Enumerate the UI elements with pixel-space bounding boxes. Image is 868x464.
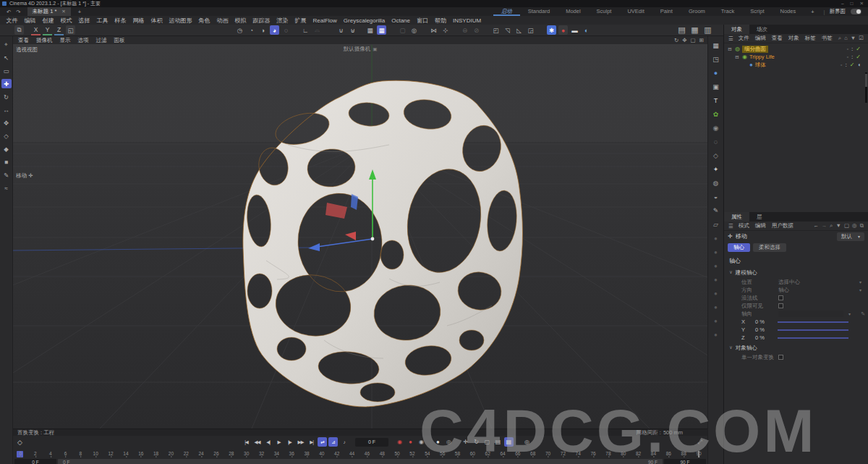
om-menu-3[interactable]: 对象 — [786, 35, 802, 42]
layout-tab-model[interactable]: Model — [558, 7, 588, 16]
record-scale-button[interactable]: ◎ — [444, 437, 454, 447]
palette-slot-icon[interactable]: ● — [710, 247, 721, 257]
attr-menu-2[interactable]: 用户数据 — [769, 222, 796, 229]
close-tab-icon[interactable]: ✕ — [61, 9, 65, 14]
attribute-value[interactable]: 选择中心 — [778, 279, 800, 286]
scale-tool[interactable]: ↔ — [1, 105, 12, 114]
axis-lock-y-button[interactable]: Y — [43, 25, 52, 35]
live-selection-tool[interactable]: ⌖ — [1, 40, 12, 49]
menu-item-2[interactable]: 创建 — [39, 17, 57, 25]
cube-icon[interactable]: ▦ — [710, 41, 721, 51]
attribute-group-header[interactable]: ∨对象轴心 — [724, 342, 868, 353]
workplane-x-icon[interactable]: ◹ — [503, 25, 512, 35]
chevron-down-icon[interactable]: ▾ — [859, 279, 868, 284]
gizmo-center[interactable] — [371, 237, 375, 241]
param-dropdown-area[interactable] — [778, 311, 843, 317]
om-menu-4[interactable]: 标签 — [802, 35, 819, 42]
viewport-menu-0[interactable]: 查看 — [14, 37, 33, 44]
layout-tab-standard[interactable]: Standard — [520, 7, 558, 16]
prev-key-button[interactable]: ◀◀ — [252, 437, 262, 447]
workplane-reset-icon[interactable]: ◲ — [526, 25, 535, 35]
menu-item-21[interactable]: INSYDIUM — [450, 17, 485, 24]
record-rotation-button[interactable]: ✛ — [461, 437, 470, 447]
layout-split-view-icon[interactable]: ▥ — [703, 25, 712, 35]
record-position-button[interactable]: ● — [433, 437, 443, 447]
document-tab[interactable]: 未标题 1 * ✕ — [27, 7, 71, 16]
visibility-dots-icon[interactable]: : — [845, 62, 846, 67]
loop-playback-button[interactable]: ⇄ — [318, 437, 327, 447]
attribute-value[interactable]: 0 % — [755, 334, 774, 341]
object-row[interactable]: ⊟◉Trippy Life▫:✓ — [724, 53, 868, 61]
play-forward-button[interactable]: ▶ — [274, 437, 284, 447]
timeline-ruler[interactable]: 0246810121416182022242628303234363840424… — [13, 451, 707, 458]
move-tool[interactable]: ✚ — [1, 79, 12, 88]
expand-toggle-icon[interactable]: ⊟ — [727, 46, 733, 52]
workplane-icon[interactable]: ◰ — [491, 25, 501, 35]
view-layout-icon[interactable]: ⊞ — [699, 37, 704, 43]
viewport-menu-4[interactable]: 过滤 — [93, 37, 111, 44]
axis-lock-z-button[interactable]: Z — [54, 25, 64, 35]
layout-tab-track[interactable]: Track — [713, 7, 742, 16]
enabled-check-icon[interactable]: ✓ — [856, 46, 861, 52]
range-end-field[interactable]: 90 F — [664, 459, 706, 464]
object-name-label[interactable]: 球体 — [755, 62, 766, 69]
viewport-menu-5[interactable]: 面板 — [111, 37, 129, 44]
attributes-scrollbar[interactable] — [865, 72, 867, 103]
keyframe-diamond-icon[interactable]: ◇ — [17, 439, 22, 446]
minimize-icon[interactable]: – — [841, 1, 844, 7]
coord-system-icon[interactable]: ◱ — [66, 25, 75, 35]
rect-selection-tool[interactable]: ▭ — [1, 66, 12, 75]
pen-icon[interactable]: ✎ — [710, 206, 721, 216]
text-icon[interactable]: T — [710, 96, 721, 106]
filter-icon[interactable]: ▼ — [836, 222, 841, 229]
panel-menu-icon[interactable]: ☰ — [726, 35, 736, 42]
symmetry-icon[interactable]: ⋈ — [429, 25, 438, 35]
record-parameter-button[interactable]: ↻ — [472, 437, 481, 447]
undo-icon[interactable]: ↶ — [7, 9, 11, 15]
select-arrow-tool[interactable]: ↖ — [1, 53, 12, 62]
history-icon[interactable]: ⧉ — [14, 25, 24, 35]
panel-menu-icon[interactable]: ☰ — [726, 223, 736, 229]
render-settings-icon[interactable]: ◕ — [270, 25, 279, 35]
current-frame-field[interactable]: 0 F — [355, 438, 388, 447]
menu-item-0[interactable]: 文件 — [3, 17, 21, 25]
render-view-icon[interactable]: ◷ — [235, 25, 244, 35]
target-icon[interactable]: ◎ — [852, 222, 857, 229]
axis-center-icon[interactable]: ⊹ — [441, 25, 450, 35]
tab-属性[interactable]: 属性 — [724, 212, 749, 222]
layout-tab-启动[interactable]: 启动 — [493, 7, 520, 16]
add-document-button[interactable]: + — [71, 9, 88, 15]
new-ui-toggle[interactable] — [851, 9, 861, 14]
sphere-icon[interactable]: ● — [710, 68, 721, 78]
record-pla-button[interactable]: ▢ — [482, 437, 492, 447]
menu-item-18[interactable]: Octane — [388, 17, 414, 24]
chevron-down-icon[interactable]: ▾ — [859, 287, 868, 292]
palette-slot-icon[interactable]: ● — [710, 316, 721, 326]
range-scrollbar[interactable]: 0 F 90 F — [58, 459, 663, 464]
solo-button[interactable]: ◎ — [522, 437, 532, 447]
view-label[interactable]: 透视视图 — [16, 46, 38, 54]
viewport-menu-1[interactable]: 摄像机 — [33, 37, 56, 44]
object-row[interactable]: ⊟◍细分曲面▫:✓ — [724, 45, 868, 53]
sky-icon[interactable]: ◍ — [710, 178, 721, 188]
sound-button[interactable]: ♪ — [339, 437, 349, 447]
filter-icon[interactable]: ▼ — [851, 35, 856, 42]
history-back-icon[interactable]: ← — [813, 222, 819, 229]
phong-tag-icon[interactable]: ◖ — [857, 62, 861, 68]
menu-item-5[interactable]: 工具 — [93, 17, 111, 25]
menu-item-17[interactable]: Greyscalegorilla — [340, 17, 388, 24]
search-icon[interactable]: ⌕ — [838, 35, 841, 42]
edges-mode-icon[interactable]: ◆ — [1, 144, 12, 153]
range-end-marker[interactable] — [698, 451, 699, 457]
gear-icon[interactable]: ✱ — [547, 25, 556, 35]
toggle-b-icon[interactable]: ⊘ — [472, 25, 481, 35]
menu-item-12[interactable]: 模拟 — [231, 17, 250, 25]
environment-icon[interactable]: ◒ — [710, 192, 721, 202]
plane-icon[interactable]: ◳ — [710, 54, 721, 64]
octane-record-icon[interactable]: ● — [558, 25, 568, 35]
points-mode-icon[interactable]: ◇ — [1, 131, 12, 140]
layout-tab-paint[interactable]: Paint — [652, 7, 681, 16]
render-region-icon[interactable]: ◔ — [247, 25, 256, 35]
menu-item-13[interactable]: 跟踪器 — [250, 17, 273, 25]
motion-system-button[interactable]: ▤ — [493, 437, 503, 447]
